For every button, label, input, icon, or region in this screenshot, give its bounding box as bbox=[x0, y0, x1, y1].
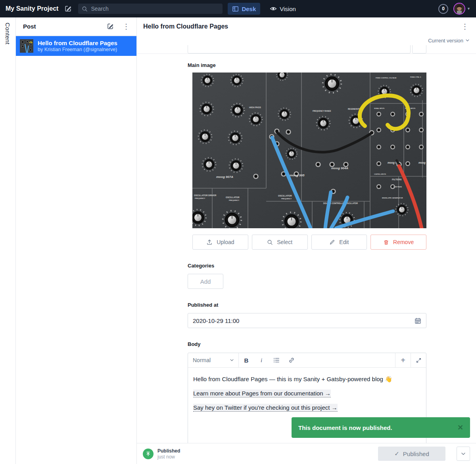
slug-button-partial[interactable] bbox=[412, 45, 426, 53]
scrolled-field-remnant bbox=[137, 45, 476, 54]
published-at-label: Published at bbox=[188, 302, 426, 308]
more-menu-icon[interactable]: ⋮ bbox=[460, 23, 470, 30]
expand-editor-button[interactable] bbox=[411, 353, 426, 367]
document-header: Hello from Cloudflare Pages ⋮ bbox=[137, 17, 476, 36]
svg-text:OSCILLATOR: OSCILLATOR bbox=[278, 195, 292, 197]
create-post-button[interactable] bbox=[106, 22, 115, 31]
bold-button[interactable]: B bbox=[239, 353, 254, 367]
body-link[interactable]: Learn more about Pages from our document… bbox=[193, 390, 331, 397]
select-button[interactable]: Select bbox=[252, 235, 308, 250]
svg-text:moog 995: moog 995 bbox=[290, 174, 305, 177]
published-at-input[interactable]: 2020-10-29 11:00 bbox=[188, 313, 426, 328]
chevron-down-icon: ▼ bbox=[467, 7, 470, 11]
search-placeholder: Search bbox=[91, 6, 108, 12]
content-rail-label[interactable]: Content bbox=[4, 23, 11, 464]
document-title: Hello from Cloudflare Pages bbox=[143, 23, 456, 30]
svg-text:LOW PASS: LOW PASS bbox=[393, 186, 402, 188]
select-label: Select bbox=[277, 239, 292, 245]
editor-content[interactable]: Hello from Cloudflare Pages — this is my… bbox=[188, 368, 426, 425]
user-menu[interactable]: ▼ bbox=[453, 3, 470, 15]
new-document-button[interactable] bbox=[63, 4, 73, 13]
svg-text:OSCILLATOR: OSCILLATOR bbox=[226, 196, 240, 199]
categories-label: Categories bbox=[188, 263, 426, 269]
compose-icon bbox=[65, 5, 72, 12]
main-image-label: Main image bbox=[188, 62, 426, 68]
top-navbar: My Sanity Project Search Desk Vision 0 ▼ bbox=[0, 0, 476, 17]
post-item-subtitle: by Kristian Freeman (@signalnerve) bbox=[38, 47, 117, 53]
link-button[interactable] bbox=[284, 353, 299, 367]
svg-text:FREQUENCY RANGE: FREQUENCY RANGE bbox=[313, 110, 331, 112]
chevron-down-icon bbox=[466, 39, 469, 42]
search-input[interactable]: Search bbox=[78, 4, 223, 14]
post-thumbnail bbox=[20, 39, 33, 53]
document-footer: Published just now ✓ Published bbox=[137, 443, 476, 464]
publish-button[interactable]: ✓ Published bbox=[378, 447, 445, 461]
bullet-list-button[interactable] bbox=[269, 353, 284, 367]
document-form: Main image bbox=[137, 62, 426, 443]
publish-toast: This document is now published. ✕ bbox=[292, 417, 470, 438]
edit-label: Edit bbox=[339, 239, 349, 245]
publish-status-title: Published bbox=[157, 448, 180, 454]
search-icon bbox=[267, 239, 273, 245]
body-paragraph: Say hey on Twitter if you're checking ou… bbox=[193, 403, 421, 412]
document-scroll-area[interactable]: Main image bbox=[137, 45, 476, 443]
tab-desk-label: Desk bbox=[242, 6, 256, 12]
slug-input-partial[interactable] bbox=[188, 45, 411, 53]
image-actions: Upload Select Edit bbox=[192, 235, 426, 250]
check-icon: ✓ bbox=[394, 450, 399, 457]
publish-menu-button[interactable] bbox=[457, 447, 470, 461]
upload-icon bbox=[206, 239, 213, 245]
editor-toolbar: Normal B i + bbox=[188, 353, 426, 368]
notifications-badge[interactable]: 0 bbox=[438, 4, 448, 14]
remove-button[interactable]: Remove bbox=[370, 235, 426, 250]
publish-status: Published just now bbox=[157, 448, 180, 460]
main-image-photo[interactable]: HIGH PASS FREQUENCY RANGE REGENERATION F… bbox=[192, 73, 426, 228]
svg-text:HIGH PASS: HIGH PASS bbox=[249, 106, 261, 109]
tab-vision[interactable]: Vision bbox=[265, 3, 300, 15]
search-icon bbox=[82, 6, 88, 12]
desk-icon bbox=[232, 6, 239, 12]
document-pane: Hello from Cloudflare Pages ⋮ Current ve… bbox=[137, 17, 476, 464]
main-image-field: HIGH PASS FREQUENCY RANGE REGENERATION F… bbox=[192, 73, 426, 250]
svg-text:moog: moog bbox=[418, 161, 426, 164]
body-paragraph[interactable]: Hello from Cloudflare Pages — this is my… bbox=[193, 375, 421, 384]
toast-message: This document is now published. bbox=[298, 424, 392, 431]
pane-title: Post bbox=[23, 23, 99, 30]
workspace: Content Post ⋮ Hello from Cloudflare Pag… bbox=[0, 17, 476, 464]
publish-status-time: just now bbox=[157, 454, 180, 460]
remove-label: Remove bbox=[393, 239, 414, 245]
calendar-icon[interactable] bbox=[415, 317, 421, 324]
compose-icon bbox=[107, 23, 114, 30]
svg-text:CONTROL INPUTS: CONTROL INPUTS bbox=[374, 174, 386, 175]
publish-button-label: Published bbox=[403, 451, 429, 457]
svg-text:FREQUENCY: FREQUENCY bbox=[195, 197, 205, 199]
svg-text:FREQUENCY: FREQUENCY bbox=[281, 198, 292, 200]
list-item-post[interactable]: Hello from Cloudflare Pages by Kristian … bbox=[16, 36, 136, 56]
svg-text:ENVELOPE GENERATOR: ENVELOPE GENERATOR bbox=[382, 197, 403, 199]
project-title: My Sanity Project bbox=[6, 5, 58, 12]
published-at-value: 2020-10-29 11:00 bbox=[193, 317, 239, 324]
italic-button[interactable]: i bbox=[254, 353, 269, 367]
post-item-text: Hello from Cloudflare Pages by Kristian … bbox=[38, 39, 117, 53]
chevron-down-icon bbox=[230, 359, 234, 361]
edit-button[interactable]: Edit bbox=[311, 235, 367, 250]
content-rail: Content bbox=[0, 17, 16, 464]
body-link[interactable]: Say hey on Twitter if you're checking ou… bbox=[193, 404, 338, 412]
tab-vision-label: Vision bbox=[280, 6, 296, 12]
more-menu-icon[interactable]: ⋮ bbox=[121, 23, 131, 30]
version-selector[interactable]: Current version bbox=[137, 36, 476, 45]
svg-text:SIGNAL INPUTS: SIGNAL INPUTS bbox=[374, 108, 385, 109]
svg-text:FIXED CONTROL VOLTAGE: FIXED CONTROL VOLTAGE bbox=[376, 77, 397, 79]
tab-desk[interactable]: Desk bbox=[228, 3, 260, 15]
close-icon[interactable]: ✕ bbox=[457, 423, 463, 432]
post-list-pane: Post ⋮ Hello from Cloudflare Pages by Kr… bbox=[16, 17, 137, 464]
upload-button[interactable]: Upload bbox=[192, 235, 248, 250]
svg-text:FIXED CTRL V.: FIXED CTRL V. bbox=[410, 76, 421, 78]
insert-block-button[interactable]: + bbox=[395, 353, 411, 367]
svg-text:moog 907A: moog 907A bbox=[216, 175, 233, 179]
trash-icon bbox=[383, 239, 389, 245]
add-category-button[interactable]: Add bbox=[188, 274, 223, 289]
published-status-icon bbox=[143, 449, 154, 459]
chevron-down-icon bbox=[461, 453, 465, 455]
paragraph-style-select[interactable]: Normal bbox=[188, 353, 239, 367]
